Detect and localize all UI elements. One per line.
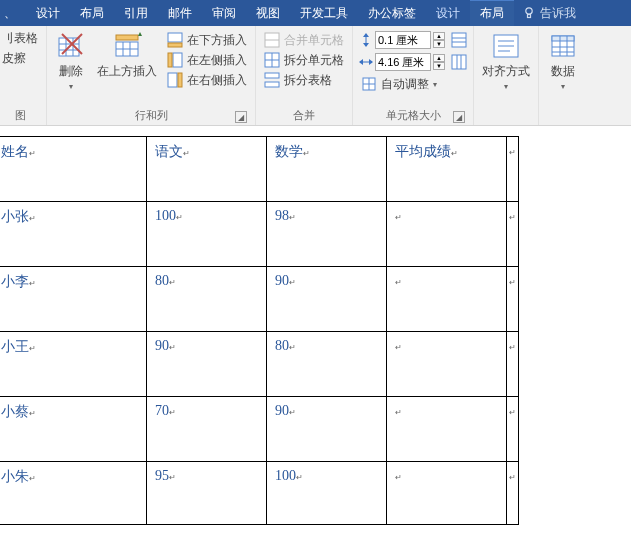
autofit-button[interactable]: 自动调整 ▾ bbox=[359, 74, 467, 94]
merge-cells-button: 合并单元格 bbox=[262, 30, 346, 50]
svg-rect-17 bbox=[173, 53, 182, 67]
dialog-launcher-cellsize[interactable]: ◢ bbox=[453, 111, 465, 123]
insert-above-button[interactable]: 在上方插入 bbox=[95, 28, 159, 80]
row-height-input[interactable] bbox=[375, 31, 431, 49]
tab-layout[interactable]: 布局 bbox=[70, 0, 114, 26]
insert-below-button[interactable]: 在下方插入 bbox=[165, 30, 249, 50]
table-row[interactable]: 小王↵ 90↵ 80↵ ↵ ↵ bbox=[0, 332, 519, 397]
header-math: 数学↵ bbox=[267, 137, 387, 202]
group-label-rows-cols: 行和列 ◢ bbox=[53, 106, 249, 125]
row-end-mark: ↵ bbox=[507, 137, 519, 202]
header-avg: 平均成绩↵ bbox=[387, 137, 507, 202]
tab-review[interactable]: 审阅 bbox=[202, 0, 246, 26]
col-width-up[interactable]: ▲ bbox=[433, 54, 445, 62]
svg-rect-19 bbox=[168, 73, 177, 87]
header-chinese: 语文↵ bbox=[147, 137, 267, 202]
eraser-button[interactable]: 皮擦 bbox=[0, 48, 40, 68]
table-row[interactable]: 小李↵ 80↵ 90↵ ↵ ↵ bbox=[0, 267, 519, 332]
col-width-down[interactable]: ▼ bbox=[433, 62, 445, 70]
svg-marker-14 bbox=[138, 32, 142, 36]
svg-rect-31 bbox=[452, 33, 466, 47]
tell-me-label: 告诉我 bbox=[540, 5, 576, 22]
data-button[interactable]: 数据▾ bbox=[545, 28, 581, 96]
split-cells-button[interactable]: 拆分单元格 bbox=[262, 50, 346, 70]
delete-button[interactable]: 删除▾ bbox=[53, 28, 89, 96]
tab-mail[interactable]: 邮件 bbox=[158, 0, 202, 26]
svg-rect-48 bbox=[552, 36, 574, 41]
delete-icon bbox=[55, 30, 87, 62]
header-name: 姓名↵ bbox=[0, 137, 147, 202]
svg-rect-20 bbox=[178, 73, 182, 87]
split-cells-icon bbox=[264, 52, 280, 68]
tab-unknown-left[interactable]: 、 bbox=[0, 0, 26, 26]
table-header-row[interactable]: 姓名↵ 语文↵ 数学↵ 平均成绩↵ ↵ bbox=[0, 137, 519, 202]
svg-rect-1 bbox=[528, 15, 531, 18]
svg-rect-18 bbox=[168, 53, 172, 67]
insert-right-button[interactable]: 在右侧插入 bbox=[165, 70, 249, 90]
insert-right-icon bbox=[167, 72, 183, 88]
tab-table-layout[interactable]: 布局 bbox=[470, 0, 514, 26]
draw-table-button[interactable]: 刂表格 bbox=[0, 28, 40, 48]
tab-bar: 、 设计 布局 引用 邮件 审阅 视图 开发工具 办公标签 设计 布局 告诉我 bbox=[0, 0, 631, 26]
insert-above-icon bbox=[111, 30, 143, 62]
col-width-input[interactable] bbox=[375, 53, 431, 71]
alignment-icon bbox=[490, 30, 522, 62]
merge-cells-icon bbox=[264, 32, 280, 48]
tab-officetab[interactable]: 办公标签 bbox=[358, 0, 426, 26]
table-row[interactable]: 小朱↵ 95↵ 100↵ ↵ ↵ bbox=[0, 462, 519, 525]
row-height-icon bbox=[359, 33, 373, 47]
split-table-button[interactable]: 拆分表格 bbox=[262, 70, 346, 90]
col-width-icon bbox=[359, 55, 373, 69]
tab-references[interactable]: 引用 bbox=[114, 0, 158, 26]
tab-view[interactable]: 视图 bbox=[246, 0, 290, 26]
tab-design[interactable]: 设计 bbox=[26, 0, 70, 26]
group-label-view: 图 bbox=[0, 106, 40, 125]
tab-devtools[interactable]: 开发工具 bbox=[290, 0, 358, 26]
svg-marker-36 bbox=[369, 59, 373, 65]
table-row[interactable]: 小蔡↵ 70↵ 90↵ ↵ ↵ bbox=[0, 397, 519, 462]
document-table[interactable]: 姓名↵ 语文↵ 数学↵ 平均成绩↵ ↵ 小张↵ 100↵ 98↵ ↵ ↵ 小李↵… bbox=[0, 136, 519, 525]
svg-rect-26 bbox=[265, 73, 279, 78]
insert-left-icon bbox=[167, 52, 183, 68]
svg-point-0 bbox=[526, 8, 532, 14]
split-table-icon bbox=[264, 72, 280, 88]
row-height-down[interactable]: ▼ bbox=[433, 40, 445, 48]
group-label-cellsize: 单元格大小 ◢ bbox=[359, 106, 467, 125]
ribbon: 刂表格 皮擦 图 删除▾ 在上方插入 bbox=[0, 26, 631, 126]
svg-marker-29 bbox=[363, 33, 369, 37]
distribute-cols-button[interactable] bbox=[451, 54, 467, 70]
svg-rect-13 bbox=[116, 35, 138, 40]
data-icon bbox=[547, 30, 579, 62]
dialog-launcher-rows-cols[interactable]: ◢ bbox=[235, 111, 247, 123]
lightbulb-icon bbox=[522, 6, 536, 20]
table-row[interactable]: 小张↵ 100↵ 98↵ ↵ ↵ bbox=[0, 202, 519, 267]
svg-marker-30 bbox=[363, 43, 369, 47]
tab-table-design[interactable]: 设计 bbox=[426, 0, 470, 26]
autofit-icon bbox=[361, 76, 377, 92]
alignment-button[interactable]: 对齐方式▾ bbox=[480, 28, 532, 96]
distribute-rows-button[interactable] bbox=[451, 32, 467, 48]
svg-rect-37 bbox=[452, 55, 466, 69]
insert-below-icon bbox=[167, 32, 183, 48]
tell-me[interactable]: 告诉我 bbox=[514, 5, 584, 22]
svg-marker-35 bbox=[359, 59, 363, 65]
svg-rect-16 bbox=[168, 43, 182, 47]
svg-rect-27 bbox=[265, 82, 279, 87]
svg-rect-15 bbox=[168, 33, 182, 42]
row-height-up[interactable]: ▲ bbox=[433, 32, 445, 40]
insert-left-button[interactable]: 在左侧插入 bbox=[165, 50, 249, 70]
group-label-merge: 合并 bbox=[262, 106, 346, 125]
